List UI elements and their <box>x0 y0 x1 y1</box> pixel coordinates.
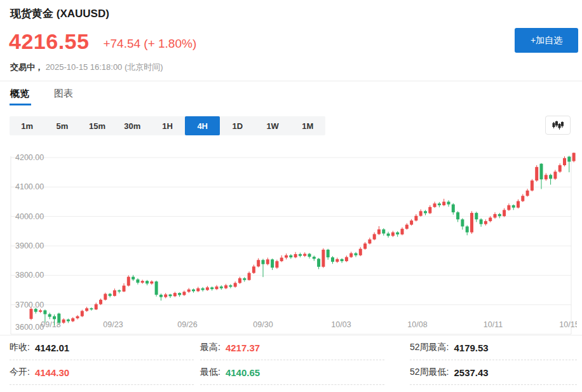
candle-body <box>331 257 334 262</box>
candle-body <box>387 234 390 236</box>
candle-body <box>118 290 121 292</box>
svg-text:4100.00: 4100.00 <box>15 182 44 191</box>
candle-body <box>382 229 385 233</box>
candle-body <box>76 316 79 318</box>
candle-body <box>428 207 431 213</box>
candle-body <box>229 285 232 287</box>
candle-body <box>159 295 163 297</box>
candlestick-icon <box>552 120 564 130</box>
tab-overview[interactable]: 概览 <box>10 88 29 100</box>
candle-body <box>517 201 520 208</box>
stat-52w-high: 52周最高: 4179.53 <box>410 335 577 360</box>
tab-chart[interactable]: 图表 <box>54 88 73 100</box>
interval-button-1M[interactable]: 1M <box>290 116 325 135</box>
price-change: +74.54 (+ 1.80%) <box>103 34 196 53</box>
svg-text:09/30: 09/30 <box>253 320 273 329</box>
candle-body <box>81 311 84 316</box>
svg-text:4200.00: 4200.00 <box>15 153 44 162</box>
chart-type-button[interactable] <box>545 116 571 135</box>
candle-body <box>141 281 144 283</box>
candle-body <box>401 229 404 234</box>
candle-body <box>363 243 367 248</box>
active-tab-underline <box>10 104 31 105</box>
candle-body <box>123 286 126 292</box>
add-watchlist-button[interactable]: +加自选 <box>515 28 578 53</box>
stats-column-3: 52周最高: 4179.53 52周最低: 2537.43 <box>410 335 577 385</box>
candle-body <box>452 205 455 213</box>
candle-body <box>405 225 409 229</box>
stat-value: 2537.43 <box>454 367 488 378</box>
svg-text:3700.00: 3700.00 <box>15 301 44 309</box>
interval-button-1H[interactable]: 1H <box>150 116 185 135</box>
candle-body <box>150 281 153 283</box>
candle-body <box>164 294 167 297</box>
interval-selector: 1m5m15m30m1H4H1D1W1M <box>10 116 325 135</box>
svg-text:09/26: 09/26 <box>177 320 197 329</box>
status-row: 交易中， 2025-10-15 16:18:00 (北京时间) <box>10 62 163 73</box>
candle-body <box>475 213 478 219</box>
interval-button-4H[interactable]: 4H <box>185 116 220 135</box>
candle-body <box>30 309 33 319</box>
candle-body <box>257 260 260 266</box>
candle-body <box>567 157 571 162</box>
candle-body <box>419 211 423 215</box>
candle-body <box>540 164 543 180</box>
candle-body <box>201 288 205 290</box>
candle-body <box>289 255 292 257</box>
candle-body <box>182 292 186 295</box>
candle-body <box>275 261 278 267</box>
candle-body <box>341 259 344 261</box>
candle-body <box>507 205 510 210</box>
candle-body <box>484 221 487 224</box>
candle-body <box>512 205 515 208</box>
candle-body <box>545 175 548 179</box>
interval-button-5m[interactable]: 5m <box>44 116 79 135</box>
candle-body <box>127 277 130 286</box>
candle-body <box>321 250 325 267</box>
candle-body <box>461 219 464 226</box>
svg-text:10/08: 10/08 <box>407 320 427 329</box>
header-divider <box>0 81 582 81</box>
candlestick-chart[interactable]: 4200.004100.004000.003900.003800.003700.… <box>0 145 577 335</box>
price-row: 4216.55 +74.54 (+ 1.80%) <box>9 29 196 53</box>
stat-open: 今开: 4144.30 <box>10 360 194 385</box>
candle-body <box>62 320 65 323</box>
quote-timestamp: 2025-10-15 16:18:00 (北京时间) <box>46 62 163 72</box>
candle-body <box>187 290 191 292</box>
candle-body <box>414 216 417 220</box>
candle-body <box>224 285 227 288</box>
candle-body <box>90 308 93 309</box>
interval-button-1m[interactable]: 1m <box>10 116 44 135</box>
candle-body <box>335 259 339 262</box>
page-title: 现货黄金 (XAUUSD) <box>10 6 109 21</box>
candle-body <box>498 214 501 216</box>
candle-body <box>48 314 51 316</box>
candle-body <box>489 218 492 222</box>
candle-body <box>447 202 450 205</box>
candle-body <box>196 288 200 292</box>
candle-body <box>262 260 265 264</box>
candle-body <box>192 290 195 292</box>
stat-value: 4217.37 <box>226 342 260 353</box>
candle-body <box>535 167 538 180</box>
candle-body <box>266 259 269 264</box>
candle-body <box>169 294 172 296</box>
price-chart-area: 4200.004100.004000.003900.003800.003700.… <box>0 145 577 335</box>
candle-body <box>238 278 241 283</box>
interval-button-30m[interactable]: 30m <box>115 116 150 135</box>
interval-button-1W[interactable]: 1W <box>255 116 290 135</box>
candle-body <box>553 172 557 179</box>
candle-body <box>85 308 88 311</box>
candle-body <box>327 250 330 257</box>
interval-button-15m[interactable]: 15m <box>79 116 114 135</box>
stat-high: 最高: 4217.37 <box>200 335 384 360</box>
candle-body <box>104 294 107 300</box>
candle-body <box>480 219 483 224</box>
candle-body <box>113 290 116 296</box>
candle-body <box>210 287 213 289</box>
candle-body <box>39 310 42 311</box>
candle-body <box>53 316 56 320</box>
interval-button-1D[interactable]: 1D <box>220 116 255 135</box>
candle-body <box>442 202 445 206</box>
svg-text:4000.00: 4000.00 <box>15 212 44 221</box>
